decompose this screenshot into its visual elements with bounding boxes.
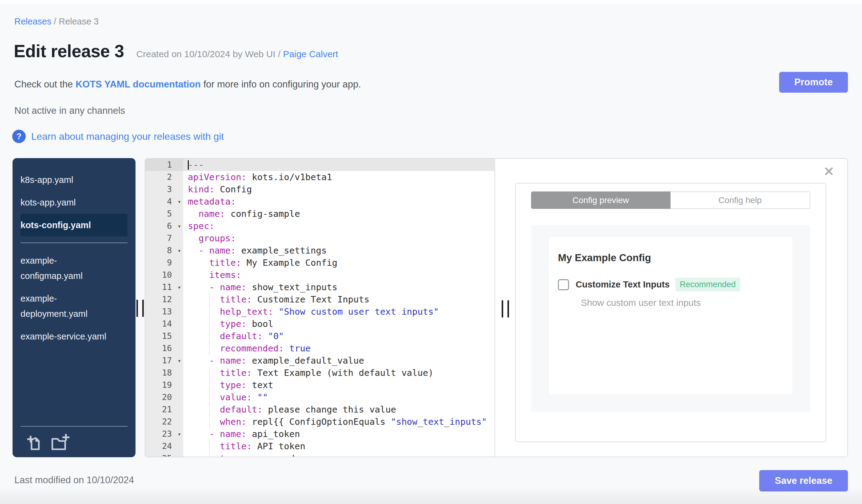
editor-card: 1---2apiVersion: kots.io/v1beta13kind: C…: [145, 158, 848, 457]
sidebar-resize-handle[interactable]: [135, 300, 145, 317]
code-line-17: 17▾ - name: example_default_value: [145, 355, 494, 367]
add-file-icon[interactable]: [26, 433, 42, 451]
file-label: example-service.yaml: [21, 329, 106, 344]
line-number: 10: [145, 269, 183, 281]
git-help-row: ? Learn about managing your releases wit…: [12, 130, 224, 143]
created-info: Created on 10/10/2024 by Web UI / Paige …: [136, 49, 338, 59]
page-title: Edit release 3: [14, 41, 124, 61]
doc-prefix: Check out the: [14, 79, 76, 90]
code-line-14: 14 type: bool: [145, 318, 494, 330]
doc-suffix: for more info on configuring your app.: [201, 79, 361, 90]
line-number: 1: [145, 159, 183, 171]
sidebar-bottom-divider: [21, 426, 128, 427]
git-releases-link[interactable]: Learn about managing your releases with …: [31, 131, 224, 142]
code-line-20: 20 value: "": [145, 391, 494, 403]
config-item-help-text: Show custom user text inputs: [581, 297, 783, 308]
add-folder-icon[interactable]: [51, 433, 70, 451]
config-form-card: My Example Config Customize Text Inputs …: [548, 236, 793, 395]
file-item-example-configmap.yaml[interactable]: example-configmap.yaml: [21, 249, 128, 287]
recommended-badge: Recommended: [675, 278, 740, 291]
line-number: 5: [145, 208, 183, 220]
editor-resize-handle[interactable]: [502, 300, 509, 317]
text-cursor: [188, 160, 189, 170]
file-item-kots-app.yaml[interactable]: kots-app.yaml: [21, 191, 128, 214]
line-number: 15: [145, 330, 183, 342]
close-icon[interactable]: ✕: [823, 165, 835, 178]
file-label: kots-app.yaml: [21, 195, 76, 210]
customize-text-inputs-checkbox[interactable]: [558, 279, 569, 290]
fold-arrow-icon[interactable]: ▾: [178, 244, 181, 256]
code-line-24: 24 title: API token: [145, 440, 494, 452]
line-number: 21: [145, 403, 183, 416]
file-item-example-service.yaml[interactable]: example-service.yaml: [21, 325, 128, 348]
preview-tabs: Config preview Config help: [531, 191, 810, 209]
code-line-21: 21 default: please change this value: [145, 403, 494, 416]
promote-button[interactable]: Promote: [779, 72, 848, 93]
sidebar-bottom: [13, 420, 135, 457]
edit-release-page: Releases/Release 3 Edit release 3 Create…: [0, 0, 862, 504]
file-item-kots-config.yaml[interactable]: kots-config.yaml: [21, 214, 128, 236]
line-number: 19: [145, 379, 183, 391]
line-number: 9: [145, 256, 183, 269]
file-sidebar: k8s-app.yamlkots-app.yamlkots-config.yam…: [13, 158, 135, 457]
created-text: Created on 10/10/2024 by Web UI /: [136, 49, 283, 59]
fold-arrow-icon[interactable]: ▾: [178, 220, 181, 232]
doc-info-line: Check out the KOTS YAML documentation fo…: [14, 79, 361, 90]
code-line-23: 23▾ - name: api_token: [145, 428, 494, 440]
author-link[interactable]: Paige Calvert: [283, 49, 338, 59]
file-item-k8s-app.yaml[interactable]: k8s-app.yaml: [21, 169, 128, 191]
release-editor-area: k8s-app.yamlkots-app.yamlkots-config.yam…: [13, 158, 848, 457]
code-line-13: 13 help_text: "Show custom user text inp…: [145, 306, 494, 318]
code-line-8: 8▾ - name: example_settings: [145, 244, 494, 256]
channel-status: Not active in any channels: [14, 105, 125, 116]
code-line-6: 6▾spec:: [145, 220, 494, 232]
kots-yaml-doc-link[interactable]: KOTS YAML documentation: [76, 79, 201, 90]
code-line-19: 19 type: text: [145, 379, 494, 391]
code-line-15: 15 default: "0": [145, 330, 494, 342]
file-label: k8s-app.yaml: [21, 172, 73, 187]
line-number: 23▾: [145, 428, 183, 440]
code-line-4: 4▾metadata:: [145, 196, 494, 208]
line-number: 6▾: [145, 220, 183, 232]
help-icon: ?: [12, 130, 26, 143]
file-list-main: k8s-app.yamlkots-app.yamlkots-config.yam…: [13, 158, 135, 236]
code-line-3: 3kind: Config: [145, 183, 494, 196]
line-number: 2: [145, 171, 183, 183]
code-line-25: 25 type: password: [145, 452, 494, 456]
line-number: 3: [145, 183, 183, 196]
fold-arrow-icon[interactable]: ▾: [178, 428, 181, 440]
tab-config-help[interactable]: Config help: [670, 191, 811, 209]
tab-config-preview[interactable]: Config preview: [531, 191, 670, 209]
file-list-divider: [21, 242, 128, 243]
code-line-10: 10 items:: [145, 269, 494, 281]
last-modified-text: Last modified on 10/10/2024: [14, 475, 134, 486]
fold-arrow-icon[interactable]: ▾: [178, 281, 181, 293]
breadcrumb-releases-link[interactable]: Releases: [14, 16, 51, 26]
line-number: 24: [145, 440, 183, 452]
breadcrumb-separator: /: [54, 16, 56, 26]
line-number: 12: [145, 293, 183, 306]
line-number: 14: [145, 318, 183, 330]
config-checkbox-row: Customize Text Inputs Recommended: [558, 278, 783, 291]
line-number: 13: [145, 306, 183, 318]
line-number: 16: [145, 342, 183, 355]
code-line-12: 12 title: Customize Text Inputs: [145, 293, 494, 306]
file-label: example-configmap.yaml: [21, 253, 114, 283]
line-number: 11▾: [145, 281, 183, 293]
line-number: 7: [145, 232, 183, 244]
fold-arrow-icon[interactable]: ▾: [178, 355, 181, 367]
line-number: 4▾: [145, 196, 183, 208]
file-item-example-deployment.yaml[interactable]: example-deployment.yaml: [21, 287, 128, 325]
file-label: example-deployment.yaml: [21, 291, 114, 321]
code-line-18: 18 title: Text Example (with default val…: [145, 367, 494, 379]
code-line-2: 2apiVersion: kots.io/v1beta1: [145, 171, 494, 183]
yaml-editor[interactable]: 1---2apiVersion: kots.io/v1beta13kind: C…: [145, 159, 495, 456]
config-group-title: My Example Config: [558, 252, 783, 264]
editor-resize-zone: [495, 159, 515, 456]
file-label: kots-config.yaml: [21, 217, 91, 233]
save-release-button[interactable]: Save release: [759, 470, 848, 491]
fold-arrow-icon[interactable]: ▾: [178, 196, 181, 208]
title-row: Edit release 3 Created on 10/10/2024 by …: [14, 41, 338, 61]
breadcrumb-current: Release 3: [59, 16, 99, 26]
line-number: 8▾: [145, 244, 183, 256]
